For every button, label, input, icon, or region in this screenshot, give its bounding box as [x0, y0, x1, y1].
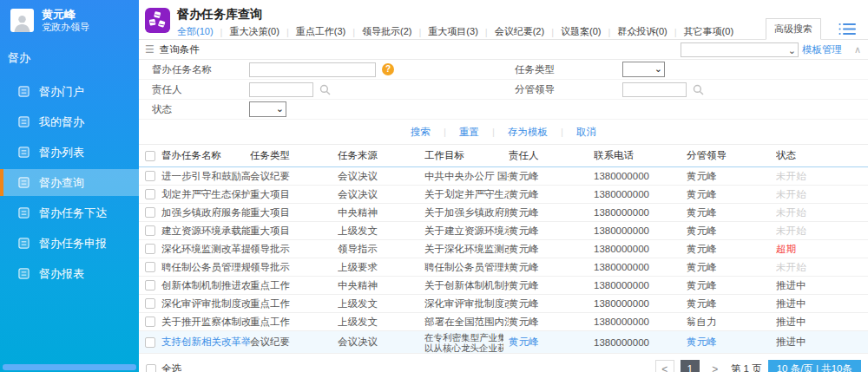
task-name-input[interactable]	[249, 62, 376, 77]
cell-work-goal: 在专利密集型产业集聚...以从核心龙头企业获得的近	[424, 332, 509, 353]
cell-owner: 黄元峰	[509, 316, 594, 329]
drag-handle-icon[interactable]: ☰	[145, 43, 155, 55]
tab-2[interactable]: 重大决策(0)	[229, 25, 279, 38]
row-checkbox[interactable]	[145, 298, 155, 309]
cancel-button[interactable]: 取消	[576, 126, 596, 139]
row-checkbox[interactable]	[145, 225, 155, 236]
page-header: 督办任务库查询 全部(10)|重大决策(0)|重点工作(3)|领导批示(2)|重…	[139, 0, 868, 40]
status-select[interactable]: ⌄	[249, 101, 286, 117]
help-icon[interactable]: ?	[382, 63, 394, 75]
collapse-panel-icon[interactable]: ∧	[854, 44, 861, 55]
save-template-button[interactable]: 存为模板	[508, 126, 548, 139]
column-header-1: 督办任务名称	[161, 149, 250, 162]
cell-owner: 黄元峰	[509, 297, 594, 310]
current-page-button[interactable]: 1	[681, 360, 700, 372]
sidebar-item-5[interactable]: 督办任务下达	[0, 199, 139, 226]
cell-work-goal: 关于深化环境监测改革...	[424, 243, 509, 256]
row-checkbox[interactable]	[145, 262, 155, 272]
cell-owner: 黄元峰	[509, 261, 594, 274]
page-size-button[interactable]: 10 条/页 | 共10条	[768, 360, 861, 372]
sidebar-item-6[interactable]: 督办任务申报	[0, 230, 139, 257]
cell-task-source: 上级要求	[338, 261, 424, 274]
tab-7[interactable]: 议题案(0)	[561, 25, 601, 38]
column-header-3: 任务来源	[338, 149, 424, 162]
sidebar-item-1[interactable]: 督办门户	[0, 78, 139, 105]
advanced-search-button[interactable]: 高级搜索	[766, 18, 821, 40]
tab-3[interactable]: 重点工作(3)	[296, 25, 345, 38]
cell-status: 未开始	[776, 170, 868, 183]
sidebar-item-2[interactable]: 我的督办	[0, 108, 139, 135]
tab-8[interactable]: 群众投诉(0)	[617, 25, 667, 38]
task-type-select[interactable]: ⌄	[622, 62, 665, 77]
reset-button[interactable]: 重置	[459, 126, 479, 139]
cell-leader: 黄元峰	[687, 243, 776, 256]
row-checkbox[interactable]	[145, 171, 155, 181]
select-all-checkbox[interactable]	[146, 364, 156, 372]
tab-1[interactable]: 全部(10)	[177, 25, 214, 38]
cell-task-name[interactable]: 划定并严守生态保护...	[161, 188, 250, 201]
row-checkbox[interactable]	[145, 207, 155, 218]
cell-phone: 1380000000	[594, 298, 687, 309]
tab-6[interactable]: 会议纪要(2)	[495, 25, 544, 38]
row-checkbox[interactable]	[145, 280, 155, 290]
document-icon	[18, 147, 30, 158]
sidebar-item-label: 督办任务下达	[39, 206, 107, 221]
row-checkbox[interactable]	[145, 337, 155, 348]
search-button[interactable]: 搜索	[411, 126, 431, 139]
cell-task-name[interactable]: 创新体制机制推进农...	[161, 279, 250, 292]
sidebar-item-3[interactable]: 督办列表	[0, 139, 139, 166]
cell-task-name[interactable]: 聘任制公务员管理规...	[161, 261, 250, 274]
cell-task-name[interactable]: 支持创新相关改革举...	[161, 336, 250, 349]
cell-owner: 黄元峰	[509, 336, 594, 349]
cell-task-source: 上级发文	[338, 225, 424, 238]
cell-task-name[interactable]: 深化审评审批制度改革	[161, 297, 250, 310]
cell-task-name[interactable]: 深化环境监测改革提...	[161, 243, 250, 256]
owner-label: 责任人	[152, 83, 249, 96]
template-select[interactable]: ⌄	[681, 42, 799, 57]
table-row: 支持创新相关改革举...会议纪要会议决议在专利密集型产业集聚...以从核心龙头企…	[139, 331, 868, 354]
cell-task-name[interactable]: 加强乡镇政府服务能力	[161, 206, 250, 219]
user-block: 黄元峰 党政办领导	[0, 0, 139, 40]
cell-phone: 1380000000	[594, 337, 687, 348]
header-checkbox[interactable]	[145, 151, 155, 161]
sidebar-scrollbar[interactable]	[3, 364, 136, 370]
cell-phone: 1380000000	[594, 225, 687, 236]
cell-task-type: 重大项目	[250, 225, 338, 238]
separator: |	[352, 27, 355, 37]
cell-task-source: 领导指示	[338, 243, 424, 256]
row-checkbox[interactable]	[145, 189, 155, 199]
search-icon[interactable]	[693, 84, 704, 95]
cell-task-name[interactable]: 建立资源环境承载能...	[161, 225, 250, 238]
next-page-button[interactable]: >	[706, 360, 725, 372]
table-row: 划定并严守生态保护...重大项目会议决议关于划定并严守生态保...黄元峰1380…	[139, 186, 868, 204]
cell-owner: 黄元峰	[509, 225, 594, 238]
owner-input[interactable]	[249, 82, 313, 97]
sidebar-item-4[interactable]: 督办查询	[0, 169, 139, 196]
sidebar-item-7[interactable]: 督办报表	[0, 260, 139, 287]
document-icon	[18, 207, 30, 219]
cell-work-goal: 关于划定并严守生态保...	[424, 188, 509, 201]
cell-work-goal: 部署在全国范围内深化...	[424, 316, 509, 329]
separator: |	[561, 127, 563, 137]
cell-task-name[interactable]: 关于推开监察体制改...	[161, 316, 250, 329]
cell-owner: 黄元峰	[509, 170, 594, 183]
table-row: 建立资源环境承载能...重大项目上级发文关于建立资源环境承载...黄元峰1380…	[139, 222, 868, 240]
cell-work-goal: 关于创新体制机制推进...	[424, 279, 509, 292]
tab-4[interactable]: 领导批示(2)	[362, 25, 411, 38]
column-header-7: 分管领导	[687, 149, 776, 162]
cell-status: 推进中	[776, 316, 868, 329]
sidebar-item-label: 督办报表	[39, 266, 84, 282]
row-checkbox[interactable]	[145, 317, 155, 327]
prev-page-button[interactable]: <	[655, 360, 674, 372]
row-checkbox[interactable]	[145, 244, 155, 254]
cell-phone: 1380000000	[594, 207, 687, 218]
table-row: 关于推开监察体制改...重点工作上级发文部署在全国范围内深化...黄元峰1380…	[139, 313, 868, 331]
search-icon[interactable]	[319, 84, 331, 95]
tab-5[interactable]: 重大项目(3)	[428, 25, 477, 38]
leader-input[interactable]	[622, 82, 687, 97]
cell-task-name[interactable]: 进一步引导和鼓励高...	[161, 170, 250, 183]
template-manage-link[interactable]: 模板管理	[802, 43, 842, 56]
list-view-icon[interactable]	[838, 23, 856, 36]
task-name-label: 督办任务名称	[152, 63, 249, 76]
tab-9[interactable]: 其它事项(0)	[684, 25, 733, 38]
